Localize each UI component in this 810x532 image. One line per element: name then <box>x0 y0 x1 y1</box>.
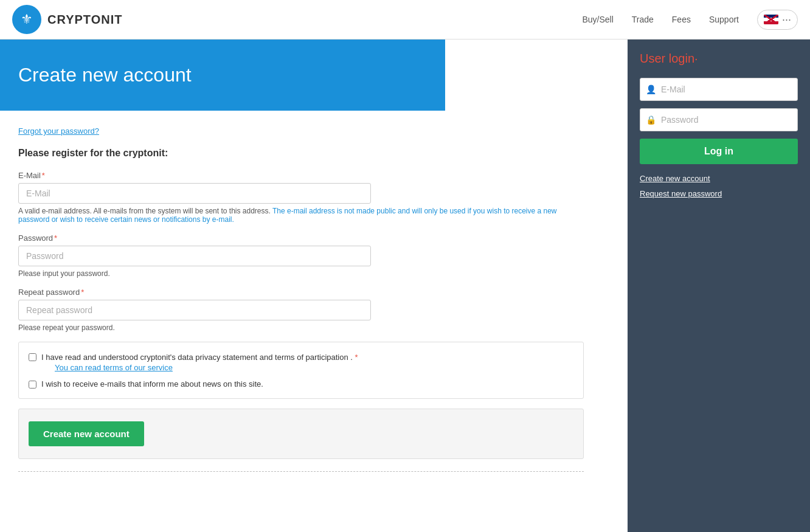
sidebar-password-wrap: 🔒 <box>640 108 798 131</box>
terms-checkbox-row: I have read and understood cryptonit's d… <box>29 352 573 372</box>
repeat-password-input[interactable] <box>18 300 371 320</box>
more-options-icon: ··· <box>782 13 791 26</box>
password-label: Password* <box>18 233 609 243</box>
nav-support[interactable]: Support <box>709 15 739 24</box>
password-hint: Please input your password. <box>18 269 584 278</box>
sidebar-request-password-link[interactable]: Request new password <box>640 189 798 198</box>
flag-icon <box>764 15 778 24</box>
nav-trade[interactable]: Trade <box>632 15 654 24</box>
create-account-button[interactable]: Create new account <box>29 421 144 446</box>
email-group: E-Mail* A valid e-mail address. All e-ma… <box>18 171 609 224</box>
sidebar-password-input[interactable] <box>640 108 798 131</box>
email-hint: A valid e-mail address. All e-mails from… <box>18 207 584 224</box>
forgot-password-link[interactable]: Forgot your password? <box>18 126 99 136</box>
sidebar-create-account-link[interactable]: Create new account <box>640 174 798 183</box>
logo-icon: ⚜ <box>12 5 41 34</box>
section-divider <box>18 471 584 472</box>
repeat-password-group: Repeat password* Please repeat your pass… <box>18 288 609 332</box>
terms-label[interactable]: I have read and understood cryptonit's d… <box>41 353 358 362</box>
header: ⚜ CRYPTONIT Buy/Sell Trade Fees Support … <box>0 0 810 40</box>
checkbox-section: I have read and understood cryptonit's d… <box>18 342 584 399</box>
newsletter-checkbox-row: I wish to receive e-mails that inform me… <box>29 379 573 389</box>
sidebar-title: User login· <box>640 52 798 66</box>
repeat-password-hint: Please repeat your password. <box>18 323 584 332</box>
login-button[interactable]: Log in <box>640 139 798 164</box>
lock-icon: 🔒 <box>646 115 656 125</box>
email-required: * <box>42 171 45 180</box>
sidebar: User login· 👤 🔒 Log in Create new accoun… <box>628 40 810 532</box>
logo-text: CRYPTONIT <box>47 13 122 27</box>
main-layout: Create new account Forgot your password?… <box>0 40 810 532</box>
register-title: Please register for the cryptonit: <box>18 148 609 159</box>
sidebar-email-input[interactable] <box>640 78 798 101</box>
nav-buy-sell[interactable]: Buy/Sell <box>582 15 613 24</box>
email-label: E-Mail* <box>18 171 609 180</box>
repeat-password-label: Repeat password* <box>18 288 609 297</box>
terms-checkbox[interactable] <box>29 353 36 361</box>
newsletter-checkbox[interactable] <box>29 381 36 389</box>
sidebar-email-wrap: 👤 <box>640 78 798 101</box>
form-area: Forgot your password? Please register fo… <box>0 111 628 532</box>
password-required: * <box>54 233 57 243</box>
language-button[interactable]: ··· <box>757 10 798 30</box>
terms-link[interactable]: You can read terms of our service <box>55 363 358 372</box>
logo: ⚜ CRYPTONIT <box>12 5 122 34</box>
newsletter-label[interactable]: I wish to receive e-mails that inform me… <box>41 379 263 389</box>
main-nav: Buy/Sell Trade Fees Support ··· <box>582 10 798 30</box>
password-group: Password* Please input your password. <box>18 233 609 278</box>
hero-banner: Create new account <box>0 40 445 111</box>
content-column: Create new account Forgot your password?… <box>0 40 628 532</box>
nav-fees[interactable]: Fees <box>672 15 691 24</box>
submit-section: Create new account <box>18 409 584 459</box>
email-input[interactable] <box>18 183 371 204</box>
repeat-password-required: * <box>81 288 84 297</box>
email-icon: 👤 <box>646 85 656 94</box>
page-title: Create new account <box>18 64 427 86</box>
password-input[interactable] <box>18 246 371 266</box>
